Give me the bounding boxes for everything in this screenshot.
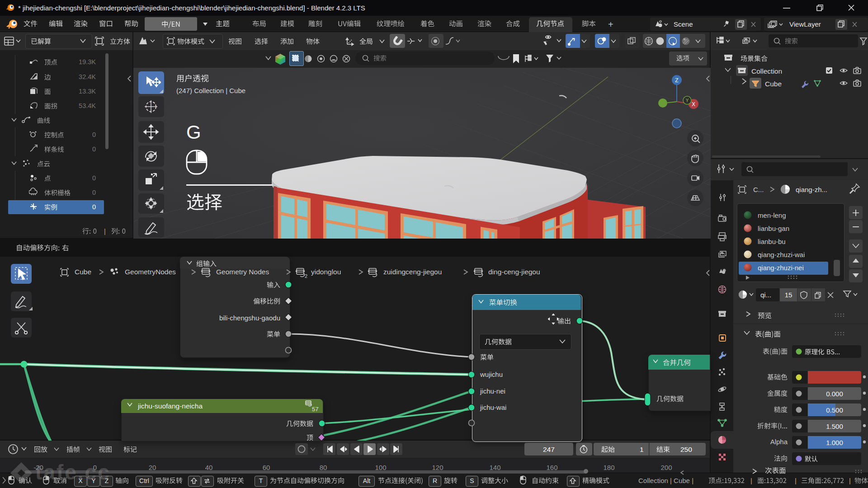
svg-text:Z: Z — [675, 77, 678, 84]
svg-text:2: 2 — [305, 273, 307, 278]
svg-text:X: X — [692, 101, 695, 108]
svg-text:57: 57 — [312, 406, 318, 413]
svg-text:Y: Y — [686, 98, 689, 103]
